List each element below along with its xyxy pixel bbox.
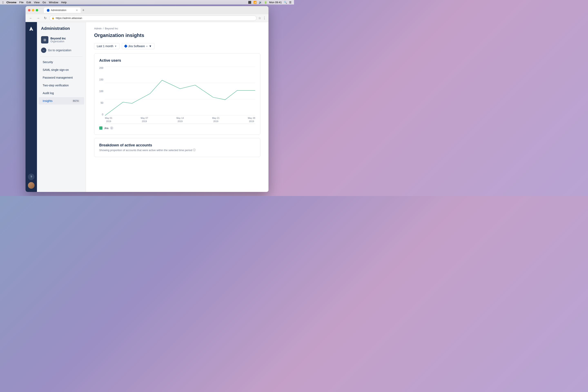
breadcrumb: Admin / Beyond Inc [94, 27, 260, 30]
help-icon: ? [30, 175, 32, 178]
avatar-image [28, 182, 34, 189]
sidebar-item-password[interactable]: Password management [38, 74, 84, 81]
atlassian-logo[interactable] [28, 25, 34, 32]
product-filter-label: Jira Software [128, 44, 145, 48]
breadcrumb-org: Beyond Inc [105, 27, 118, 30]
sidebar-item-security[interactable]: Security [38, 58, 84, 66]
x-label-may07: May 07 2019 [141, 116, 148, 124]
battery-icon: 🔋 [264, 1, 267, 4]
breadcrumb-admin[interactable]: Admin [94, 27, 102, 30]
breadcrumb-separator: / [103, 27, 104, 30]
org-item[interactable]: ⊞ Beyond Inc Organization [37, 34, 86, 46]
chart-area: 200 150 100 50 0 [99, 67, 255, 124]
time-filter-label: Last 1 month [97, 44, 113, 48]
bookmark-button[interactable]: ☆ [258, 16, 261, 20]
legend-label-jira: Jira [104, 126, 108, 130]
sidebar-item-insights[interactable]: Insights BETA [38, 97, 84, 104]
sidebar-bottom: ? [28, 174, 34, 189]
menu-chrome[interactable]: Chrome [6, 1, 16, 4]
control-center-icon[interactable]: ☰ [289, 1, 292, 4]
x-label-may01: May 01 2019 [105, 116, 112, 124]
page-title: Organization insights [94, 32, 260, 38]
more-button[interactable]: ⋮ [263, 16, 266, 20]
wifi-icon: 📶 [253, 1, 257, 4]
menu-go[interactable]: Go [42, 1, 46, 4]
tab-title: Administration [51, 9, 66, 12]
browser-tab-active[interactable]: Administration ✕ [44, 8, 81, 13]
apple-menu[interactable]:  [2, 0, 4, 4]
back-button[interactable]: ← [28, 16, 34, 20]
forward-button[interactable]: → [35, 16, 41, 20]
tab-close-icon[interactable]: ✕ [76, 9, 78, 12]
admin-sidebar: Administration ⊞ Beyond Inc Organization… [37, 22, 86, 192]
x-label-may14: May 14 2019 [176, 116, 184, 124]
y-label-0: 0 [99, 113, 103, 116]
org-info: Beyond Inc Organization [50, 37, 66, 43]
menu-help[interactable]: Help [61, 1, 67, 4]
refresh-button[interactable]: ↻ [43, 16, 48, 20]
sidebar-item-two-step[interactable]: Two-step verification [38, 82, 84, 89]
product-chevron-icon: ▼ [149, 44, 152, 48]
help-button[interactable]: ? [28, 174, 34, 180]
breakdown-info-icon[interactable]: ⓘ [193, 148, 196, 152]
toolbar-actions: ☆ ⋮ [258, 16, 266, 20]
menu-edit[interactable]: Edit [26, 1, 31, 4]
app-content: ? Administration ⊞ Beyond Inc Organizati… [26, 22, 268, 192]
breakdown-title: Breakdown of active accounts [99, 143, 255, 148]
user-avatar[interactable] [28, 182, 34, 189]
remove-filter-button[interactable]: × [146, 45, 148, 48]
tab-favicon [47, 9, 50, 12]
url-text: https://admin.atlassian [56, 16, 82, 20]
tab-bar: Administration ✕ + [42, 8, 266, 13]
menu-window[interactable]: Window [49, 1, 58, 4]
legend-info-icon[interactable]: i [110, 126, 113, 130]
new-tab-button[interactable]: + [81, 8, 86, 13]
minimize-button[interactable] [32, 9, 34, 12]
screen-mirror-icon: ⬛ [248, 1, 251, 4]
beta-badge: BETA [72, 100, 80, 102]
menubar-right: ⬛ 📶 🔊 🔋 Mon 09:41 🔍 ☰ [248, 1, 292, 4]
org-icon: ⊞ [41, 36, 48, 44]
menu-view[interactable]: View [34, 1, 40, 4]
x-label-may21: May 21 2019 [212, 116, 220, 124]
atlassian-sidebar: ? [26, 22, 37, 192]
sidebar-item-audit[interactable]: Audit log [38, 90, 84, 97]
browser-chrome: Administration ✕ + ← → ↻ 🔒 https://admin… [26, 6, 268, 22]
browser-toolbar: ← → ↻ 🔒 https://admin.atlassian ☆ ⋮ [26, 14, 268, 22]
legend-color-jira [99, 126, 102, 130]
jira-diamond-icon [124, 44, 128, 48]
maximize-button[interactable] [36, 9, 38, 12]
building-icon: ⊞ [44, 38, 46, 42]
clock: Mon 09:41 [269, 1, 282, 4]
breakdown-card: Breakdown of active accounts Showing pro… [94, 138, 260, 157]
search-icon[interactable]: 🔍 [284, 1, 287, 4]
main-content: Admin / Beyond Inc Organization insights… [86, 22, 268, 192]
menubar:  Chrome File Edit View Go Window Help ⬛… [0, 0, 294, 4]
close-button[interactable] [28, 9, 30, 12]
browser-window: Administration ✕ + ← → ↻ 🔒 https://admin… [26, 6, 268, 192]
chart-title: Active users [99, 58, 255, 63]
insights-label: Insights [43, 99, 52, 102]
sidebar-item-saml[interactable]: SAML single sign-on [38, 66, 84, 74]
go-to-org-button[interactable]: ← Go to organization [37, 46, 86, 55]
breakdown-subtitle: Showing proportion of accounts that were… [99, 148, 255, 152]
lock-icon: 🔒 [52, 17, 54, 20]
volume-icon: 🔊 [259, 1, 262, 4]
org-type: Organization [50, 40, 66, 43]
filters-row: Last 1 month ▼ Jira Software × ▼ [94, 43, 260, 49]
go-to-org-label: Go to organization [48, 48, 71, 52]
traffic-lights [28, 9, 38, 12]
active-users-card: Active users 200 150 100 50 0 [94, 53, 260, 135]
menu-file[interactable]: File [20, 1, 24, 4]
y-label-100: 100 [99, 90, 103, 92]
chart-x-labels: May 01 2019 May 07 2019 May 14 2019 [105, 116, 255, 124]
menubar-left:  Chrome File Edit View Go Window Help [2, 0, 66, 4]
product-filter-dropdown[interactable]: Jira Software × ▼ [122, 43, 154, 49]
chart-plot: May 01 2019 May 07 2019 May 14 2019 [105, 67, 255, 124]
x-label-may28: May 28 2019 [248, 116, 255, 124]
chart-y-axis: 200 150 100 50 0 [99, 67, 103, 124]
address-bar[interactable]: 🔒 https://admin.atlassian [50, 16, 257, 21]
time-filter-dropdown[interactable]: Last 1 month ▼ [94, 43, 120, 49]
breakdown-subtitle-text: Showing proportion of accounts that were… [99, 149, 192, 152]
y-label-50: 50 [99, 102, 103, 104]
